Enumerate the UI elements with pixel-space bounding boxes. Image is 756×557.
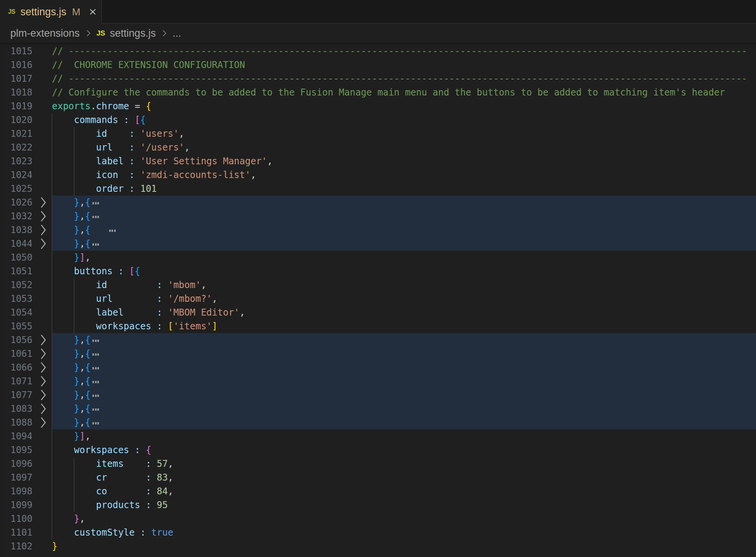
code-text[interactable]: },{ [52, 402, 99, 416]
code-line[interactable]: 1024 icon : 'zmdi-accounts-list', [0, 168, 756, 182]
code-text[interactable]: },{ [52, 388, 99, 402]
code-text[interactable]: // -------------------------------------… [52, 44, 747, 58]
code-text[interactable]: co : 84, [52, 484, 173, 498]
code-text[interactable]: products : 95 [52, 498, 168, 512]
code-text[interactable]: }], [52, 429, 90, 443]
code-text[interactable]: id : 'users', [52, 127, 184, 141]
code-text[interactable]: workspaces : ['items'] [52, 319, 218, 333]
code-line[interactable]: 1038 },{ [0, 223, 756, 237]
code-line[interactable]: 1098 co : 84, [0, 484, 756, 498]
breadcrumb-item[interactable]: settings.js [110, 28, 156, 39]
code-text[interactable]: },{ [52, 196, 99, 210]
code-line[interactable]: 1054 label : 'MBOM Editor', [0, 306, 756, 319]
code-line[interactable]: 1021 id : 'users', [0, 127, 756, 141]
fold-chevron-icon[interactable] [37, 238, 49, 250]
tab-settings-js[interactable]: JS settings.js M [0, 0, 102, 24]
fold-chevron-icon[interactable] [37, 224, 49, 236]
code-line[interactable]: 1025 order : 101 [0, 182, 756, 196]
code-text[interactable]: // Configure the commands to be added to… [52, 86, 725, 99]
fold-chevron-icon[interactable] [37, 210, 49, 222]
code-line[interactable]: 1071 },{ [0, 374, 756, 388]
fold-ellipsis[interactable] [92, 236, 99, 249]
code-text[interactable]: commands : [{ [52, 113, 146, 127]
code-line[interactable]: 1044 },{ [0, 237, 756, 251]
fold-ellipsis[interactable] [92, 346, 99, 359]
code-text[interactable]: id : 'mbom', [52, 278, 207, 292]
code-line[interactable]: 1026 },{ [0, 196, 756, 209]
code-text[interactable]: order : 101 [52, 182, 157, 196]
code-text[interactable]: },{ [52, 347, 99, 361]
code-text[interactable]: // -------------------------------------… [52, 72, 747, 86]
code-line[interactable]: 1055 workspaces : ['items'] [0, 319, 756, 333]
code-line[interactable]: 1056 },{ [0, 333, 756, 347]
code-line[interactable]: 1019exports.chrome = { [0, 99, 756, 113]
code-line[interactable]: 1017// ---------------------------------… [0, 72, 756, 86]
fold-ellipsis[interactable] [92, 194, 99, 208]
code-text[interactable]: },{ [52, 333, 99, 347]
code-text[interactable]: buttons : [{ [52, 264, 140, 278]
code-line[interactable]: 1018// Configure the commands to be adde… [0, 86, 756, 99]
code-line[interactable]: 1051 buttons : [{ [0, 264, 756, 278]
code-line[interactable]: 1016// CHOROME EXTENSION CONFIGURATION [0, 58, 756, 72]
fold-chevron-icon[interactable] [37, 389, 49, 401]
code-line[interactable]: 1066 },{ [0, 361, 756, 374]
code-text[interactable]: cr : 83, [52, 471, 173, 484]
code-line[interactable]: 1097 cr : 83, [0, 471, 756, 484]
code-text[interactable]: url : '/mbom?', [52, 292, 218, 306]
editor-code[interactable]: 1015// ---------------------------------… [0, 43, 756, 557]
code-text[interactable]: },{ [52, 209, 99, 223]
fold-chevron-icon[interactable] [37, 416, 49, 429]
fold-chevron-icon[interactable] [37, 375, 49, 387]
code-line[interactable]: 1096 items : 57, [0, 457, 756, 471]
code-text[interactable]: },{ [52, 237, 99, 251]
code-text[interactable]: },{ [52, 223, 116, 237]
code-text[interactable]: },{ [52, 416, 99, 430]
fold-ellipsis[interactable] [92, 387, 99, 401]
code-line[interactable]: 1061 },{ [0, 347, 756, 361]
code-text[interactable]: exports.chrome = { [52, 99, 151, 113]
fold-chevron-icon[interactable] [37, 361, 49, 374]
code-line[interactable]: 1077 },{ [0, 388, 756, 402]
code-line[interactable]: 1100 }, [0, 512, 756, 526]
code-text[interactable]: icon : 'zmdi-accounts-list', [52, 168, 256, 182]
code-text[interactable]: workspaces : { [52, 443, 151, 457]
code-line[interactable]: 1095 workspaces : { [0, 443, 756, 457]
fold-chevron-icon[interactable] [37, 348, 49, 360]
code-line[interactable]: 1052 id : 'mbom', [0, 278, 756, 292]
code-line[interactable]: 1102} [0, 539, 756, 553]
code-line[interactable]: 1020 commands : [{ [0, 113, 756, 127]
code-text[interactable]: },{ [52, 361, 99, 375]
breadcrumb-item[interactable]: ... [173, 28, 181, 39]
code-text[interactable]: url : '/users', [52, 141, 190, 154]
fold-ellipsis[interactable] [109, 222, 116, 236]
code-line[interactable]: 1050 }], [0, 251, 756, 264]
code-line[interactable]: 1032 },{ [0, 209, 756, 223]
fold-ellipsis[interactable] [92, 332, 99, 346]
code-line[interactable]: 1022 url : '/users', [0, 141, 756, 154]
code-line[interactable]: 1101 customStyle : true [0, 526, 756, 539]
fold-chevron-icon[interactable] [37, 403, 49, 415]
code-text[interactable]: },{ [52, 374, 99, 389]
fold-ellipsis[interactable] [92, 415, 99, 428]
fold-ellipsis[interactable] [92, 401, 99, 415]
fold-ellipsis[interactable] [92, 208, 99, 222]
code-line[interactable]: 1099 products : 95 [0, 498, 756, 512]
fold-ellipsis[interactable] [92, 373, 99, 387]
code-text[interactable]: label : 'User Settings Manager', [52, 154, 273, 168]
code-line[interactable]: 1094 }], [0, 429, 756, 443]
breadcrumb-item[interactable]: plm-extensions [10, 28, 80, 39]
code-text[interactable]: items : 57, [52, 457, 173, 471]
code-line[interactable]: 1023 label : 'User Settings Manager', [0, 154, 756, 168]
close-icon[interactable] [88, 7, 98, 17]
code-line[interactable]: 1088 },{ [0, 416, 756, 429]
code-text[interactable]: } [52, 539, 57, 553]
code-line[interactable]: 1053 url : '/mbom?', [0, 292, 756, 306]
code-text[interactable]: }], [52, 251, 90, 264]
code-text[interactable]: customStyle : true [52, 526, 173, 539]
fold-chevron-icon[interactable] [37, 334, 49, 346]
code-text[interactable]: label : 'MBOM Editor', [52, 306, 245, 319]
fold-ellipsis[interactable] [92, 359, 99, 373]
code-line[interactable]: 1083 },{ [0, 402, 756, 416]
code-text[interactable]: }, [52, 512, 85, 526]
fold-chevron-icon[interactable] [37, 196, 49, 209]
